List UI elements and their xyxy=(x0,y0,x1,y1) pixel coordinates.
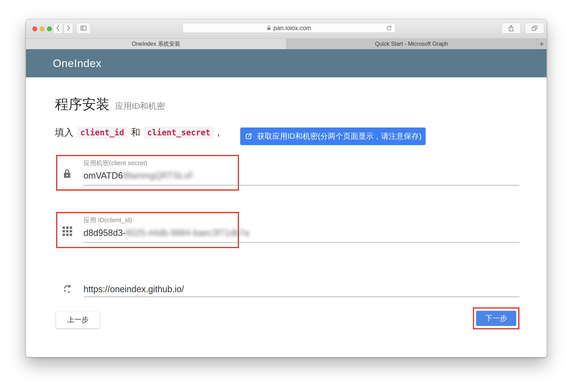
client-id-input[interactable]: d8d958d3-6025-44db-9884-baec3f71db7a xyxy=(83,228,249,238)
client-secret-input[interactable]: omVATD6BtwnmgQRTSLvF xyxy=(83,171,194,181)
client-id-underline xyxy=(83,242,519,243)
redirect-url-input[interactable]: https://oneindex.github.io/ xyxy=(83,284,184,294)
redirect-url-underline xyxy=(83,296,519,297)
page-content: 程序安装 应用ID和机密 填入 client_id 和 client_secre… xyxy=(26,77,547,357)
browser-toolbar: pan.ioiox.com xyxy=(26,19,547,39)
annotation-frame-next-button: 下一步 xyxy=(473,307,519,329)
client-id-label: 应用 ID(client_id) xyxy=(83,216,132,224)
page-heading: 程序安装 应用ID和机密 xyxy=(55,95,165,114)
safari-window: pan.ioiox.com xyxy=(26,19,547,357)
fetch-credentials-button[interactable]: 获取应用ID和机密(分两个页面显示，请注意保存) xyxy=(240,127,426,145)
plus-icon: + xyxy=(539,39,544,49)
fetch-credentials-label: 获取应用ID和机密(分两个页面显示，请注意保存) xyxy=(257,131,422,141)
share-button[interactable] xyxy=(502,23,521,34)
client-secret-underline xyxy=(83,185,519,185)
redacted-text: BtwnmgQRTSLvF xyxy=(123,171,194,181)
tabs-icon xyxy=(531,25,538,32)
tab-overview-button[interactable] xyxy=(525,23,544,34)
lock-icon xyxy=(62,168,72,180)
client-secret-label: 应用机密(client secret) xyxy=(83,159,147,167)
new-tab-button[interactable]: + xyxy=(536,39,547,49)
code-client-id: client_id xyxy=(77,126,128,139)
tab-label: Quick Start - Microsoft Graph xyxy=(375,41,448,47)
previous-step-button[interactable]: 上一步 xyxy=(56,312,100,328)
tab-quick-start-microsoft-graph[interactable]: Quick Start - Microsoft Graph xyxy=(286,39,536,49)
share-icon xyxy=(508,24,514,32)
forward-button[interactable] xyxy=(64,23,73,34)
intro-line: 填入 client_id 和 client_secret , xyxy=(55,126,220,139)
sidebar-icon xyxy=(80,24,87,32)
apps-grid-icon xyxy=(62,226,72,236)
code-client-secret: client_secret xyxy=(144,126,214,139)
brand-logo-text: OneIndex xyxy=(53,57,102,70)
minimize-window-button[interactable] xyxy=(40,26,44,31)
chevron-left-icon xyxy=(55,25,61,31)
reload-icon[interactable] xyxy=(386,25,392,31)
intro-conjunction: 和 xyxy=(131,126,140,139)
back-button[interactable] xyxy=(53,23,63,34)
close-window-button[interactable] xyxy=(32,26,37,31)
intro-suffix: , xyxy=(217,127,220,138)
redacted-text: 6025-44db-9884-baec3f71db7a xyxy=(126,228,249,238)
url-text: pan.ioiox.com xyxy=(273,24,311,32)
external-link-icon xyxy=(244,132,253,140)
page-title: 程序安装 xyxy=(55,95,110,114)
sidebar-toggle-button[interactable] xyxy=(76,23,91,34)
zoom-window-button[interactable] xyxy=(47,26,52,31)
address-bar[interactable]: pan.ioiox.com xyxy=(183,23,395,33)
tab-label: OneIndex 系统安装 xyxy=(132,40,180,48)
site-header: OneIndex xyxy=(26,49,547,77)
intro-prefix: 填入 xyxy=(55,126,73,139)
chevron-right-icon xyxy=(65,25,72,31)
padlock-icon xyxy=(267,25,271,31)
tab-bar: OneIndex 系统安装 Quick Start - Microsoft Gr… xyxy=(26,39,547,49)
tab-oneindex-install[interactable]: OneIndex 系统安装 xyxy=(26,39,286,49)
next-step-button[interactable]: 下一步 xyxy=(476,311,516,326)
page-subtitle: 应用ID和机密 xyxy=(115,100,165,112)
refresh-icon xyxy=(62,284,73,294)
